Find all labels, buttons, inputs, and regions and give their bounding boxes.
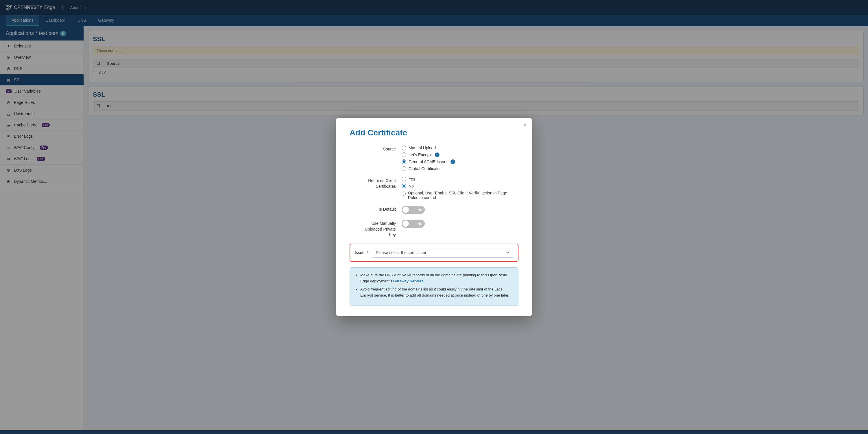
source-label: Source: [349, 146, 402, 151]
use-manually-label: Use ManuallyUploaded PrivateKey: [349, 220, 402, 238]
source-letsencrypt-radio[interactable]: [402, 152, 406, 157]
source-acme-radio[interactable]: [402, 160, 406, 164]
issuer-select[interactable]: Please select the cert issuer: [372, 248, 513, 258]
source-acme[interactable]: General ACME Issuer i: [402, 160, 519, 164]
modal-close-button[interactable]: ×: [523, 122, 527, 128]
use-manually-form-row: Use ManuallyUploaded PrivateKey: [349, 220, 519, 238]
client-cert-no[interactable]: No: [402, 184, 519, 189]
acme-info-icon[interactable]: i: [451, 160, 455, 164]
is-default-track[interactable]: [402, 206, 425, 214]
source-letsencrypt-label: Let's Encrypt: [408, 152, 432, 157]
source-manual[interactable]: Manual Upload: [402, 146, 519, 150]
use-manually-track[interactable]: [402, 220, 425, 228]
add-certificate-modal: × Add Certificate Source Manual Upload L…: [336, 118, 532, 316]
source-options: Manual Upload Let's Encrypt i General AC…: [402, 146, 519, 171]
info-bullets: Make sure the DNS A or AAAA records of a…: [355, 272, 513, 298]
client-cert-form-row: Requires ClientCertificates Yes No Optio…: [349, 177, 519, 200]
client-cert-no-radio[interactable]: [402, 184, 406, 189]
is-default-form-row: Is Default: [349, 206, 519, 214]
source-manual-label: Manual Upload: [408, 146, 436, 150]
modal-title: Add Certificate: [349, 128, 519, 138]
info-bullet-2: Avoid frequent editing of the domains li…: [360, 286, 513, 298]
client-cert-no-label: No: [408, 184, 414, 189]
gateway-servers-link[interactable]: Gateway Servers: [393, 279, 424, 283]
modal-overlay[interactable]: × Add Certificate Source Manual Upload L…: [0, 0, 868, 434]
client-cert-yes-radio[interactable]: [402, 177, 406, 181]
source-global-radio[interactable]: [402, 166, 406, 171]
source-form-row: Source Manual Upload Let's Encrypt i Gen…: [349, 146, 519, 171]
issuer-row-inner: Issuer * Please select the cert issuer: [355, 248, 513, 258]
use-manually-toggle[interactable]: [402, 220, 425, 228]
source-global[interactable]: Global Certificate: [402, 166, 519, 171]
use-manually-thumb: [402, 221, 409, 227]
client-cert-yes[interactable]: Yes: [402, 177, 519, 181]
is-default-toggle-container: [402, 206, 519, 214]
source-manual-radio[interactable]: [402, 146, 406, 150]
client-cert-radio-group: Yes No Optional, Use "Enable SSL Client …: [402, 177, 519, 200]
client-cert-yes-label: Yes: [408, 177, 415, 181]
is-default-label: Is Default: [349, 206, 402, 211]
is-default-toggle[interactable]: [402, 206, 425, 214]
info-bullet-1: Make sure the DNS A or AAAA records of a…: [360, 272, 513, 284]
info-box: Make sure the DNS A or AAAA records of a…: [349, 267, 519, 306]
source-letsencrypt[interactable]: Let's Encrypt i: [402, 152, 519, 157]
issuer-row-wrapper: Issuer * Please select the cert issuer: [349, 243, 519, 262]
client-cert-label: Requires ClientCertificates: [349, 177, 402, 189]
issuer-label: Issuer *: [355, 250, 368, 255]
client-cert-optional-radio[interactable]: [402, 191, 406, 196]
source-radio-group: Manual Upload Let's Encrypt i General AC…: [402, 146, 519, 171]
client-cert-optional[interactable]: Optional, Use "Enable SSL Client Verify"…: [402, 191, 519, 200]
client-cert-optional-label: Optional, Use "Enable SSL Client Verify"…: [408, 191, 519, 200]
use-manually-toggle-container: [402, 220, 519, 228]
client-cert-options: Yes No Optional, Use "Enable SSL Client …: [402, 177, 519, 200]
issuer-required-star: *: [367, 250, 368, 255]
source-global-label: Global Certificate: [408, 166, 439, 171]
letsencrypt-info-icon[interactable]: i: [435, 152, 439, 157]
source-acme-label: General ACME Issuer: [408, 160, 447, 164]
is-default-thumb: [402, 207, 409, 213]
